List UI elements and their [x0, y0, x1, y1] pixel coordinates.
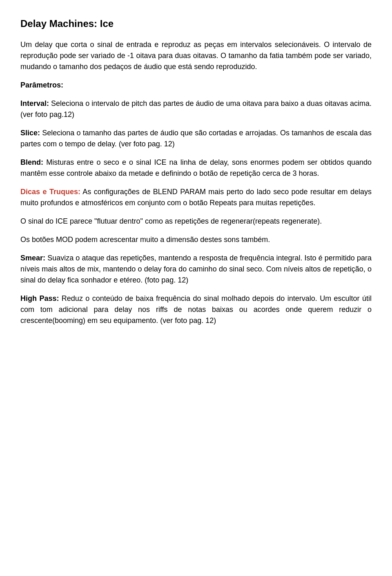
param-header: Parâmetros:	[20, 80, 372, 91]
botoes-mod-paragraph: Os botões MOD podem acrescentar muito a …	[20, 234, 372, 245]
sinal-ice-paragraph: O sinal do ICE parece "flutuar dentro" c…	[20, 216, 372, 227]
intro-paragraph: Um delay que corta o sinal de entrada e …	[20, 39, 372, 72]
main-content: Delay Machines: Ice Um delay que corta o…	[20, 16, 372, 326]
blend-text: Misturas entre o seco e o sinal ICE na l…	[20, 158, 372, 177]
interval-paragraph: Interval: Seleciona o intervalo de pitch…	[20, 98, 372, 120]
page-title: Delay Machines: Ice	[20, 16, 372, 31]
intro-text: Um delay que corta o sinal de entrada e …	[20, 40, 372, 71]
sinal-ice-text: O sinal do ICE parece "flutuar dentro" c…	[20, 217, 322, 225]
botoes-mod-text: Os botões MOD podem acrescentar muito a …	[20, 235, 270, 244]
high-pass-text: Reduz o conteúdo de baixa frequência do …	[20, 294, 372, 325]
slice-text: Seleciona o tamanho das partes de áudio …	[20, 129, 372, 148]
smear-paragraph: Smear: Suaviza o ataque das repetições, …	[20, 253, 372, 286]
blend-label: Blend:	[20, 158, 43, 166]
smear-label: Smear:	[20, 254, 45, 262]
dicas-label: Dicas e Truques:	[20, 188, 80, 196]
blend-paragraph: Blend: Misturas entre o seco e o sinal I…	[20, 157, 372, 179]
interval-text: Seleciona o intervalo de pitch das parte…	[20, 99, 372, 119]
high-pass-paragraph: High Pass: Reduz o conteúdo de baixa fre…	[20, 293, 372, 326]
high-pass-label: High Pass:	[20, 294, 59, 303]
slice-label: Slice:	[20, 129, 40, 137]
interval-label: Interval:	[20, 99, 49, 108]
param-header-label: Parâmetros:	[20, 81, 63, 89]
slice-paragraph: Slice: Seleciona o tamanho das partes de…	[20, 128, 372, 150]
dicas-paragraph: Dicas e Truques: As configurações de BLE…	[20, 186, 372, 208]
smear-text: Suaviza o ataque das repetições, mantend…	[20, 254, 372, 284]
